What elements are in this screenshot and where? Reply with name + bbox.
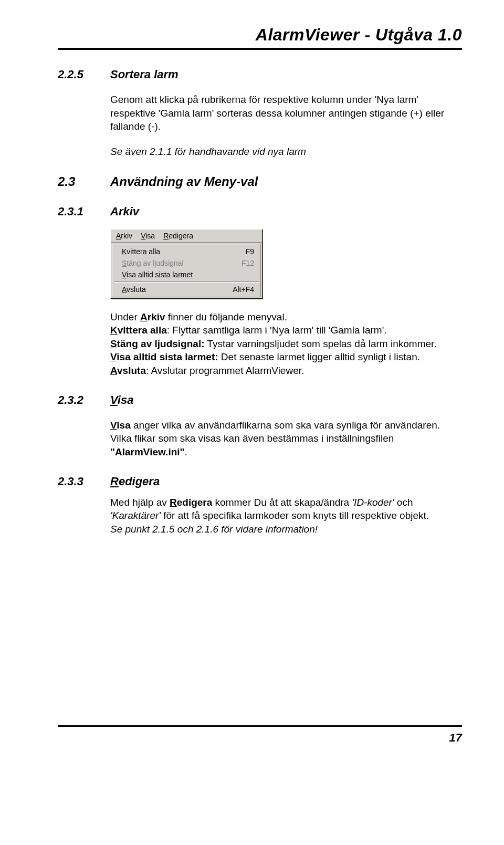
mnemonic: A	[110, 365, 117, 376]
text: rkiv	[148, 311, 165, 322]
section-number: 2.2.5	[58, 68, 110, 81]
section-2-3-3-body: Med hjälp av Redigera kommer Du åt att s…	[110, 496, 462, 536]
section-2-3-3-heading: 2.3.3 Redigera	[58, 475, 462, 488]
menu-label-rest: edigera	[169, 232, 193, 240]
menu-item-shortcut: F12	[229, 259, 254, 267]
text: Det senaste larmet ligger alltid synligt…	[218, 351, 420, 362]
text: Med hjälp av	[110, 497, 170, 508]
mnemonic: S	[122, 259, 127, 267]
mnemonic: V	[110, 420, 117, 431]
section-2-3-1-body: Under Arkiv finner du följande menyval. …	[110, 310, 462, 378]
text: isa alltid sista larmet:	[117, 351, 218, 362]
section-2-3-1-heading: 2.3.1 Arkiv	[58, 205, 462, 218]
term: 'Karaktärer'	[110, 510, 161, 521]
section-2-2-5-body: Genom att klicka på rubrikerna för respe…	[110, 93, 462, 159]
menu-redigera[interactable]: Redigera	[160, 231, 198, 241]
text: : Flyttar samtliga larm i 'Nya larm' til…	[167, 325, 387, 336]
text: edigera	[119, 475, 160, 488]
paragraph: Stäng av ljudsignal: Tystar varningsljud…	[110, 337, 462, 351]
see-also: Se punkt 2.1.5 och 2.1.6 för vidare info…	[110, 523, 462, 536]
dropdown: Kvittera alla F9 Stäng av ljudsignal F12…	[111, 243, 262, 298]
see-also: Se även 2.1.1 för handhavande vid nya la…	[110, 145, 462, 159]
text: för att få specifika larmkoder som knyts…	[161, 510, 429, 521]
menubar: Arkiv Visa Redigera	[111, 229, 262, 243]
menu-item-label-rest: isa alltid sista larmet	[127, 270, 193, 279]
menu-screenshot: Arkiv Visa Redigera Kvittera alla F9 Stä…	[110, 229, 462, 299]
section-number: 2.3.2	[58, 393, 110, 407]
text: täng av ljudsignal:	[117, 338, 205, 349]
menu-item-label-rest: täng av ljudsignal	[127, 259, 183, 267]
text: isa	[118, 393, 134, 406]
text: och	[394, 497, 413, 508]
mnemonic: K	[122, 247, 127, 256]
paragraph: Med hjälp av Redigera kommer Du åt att s…	[110, 496, 462, 523]
section-number: 2.3.3	[58, 475, 110, 488]
text: finner du följande menyval.	[165, 311, 287, 322]
divider-top	[58, 48, 462, 50]
term: 'ID-koder'	[352, 497, 394, 508]
text: isa	[117, 420, 130, 431]
menu-item-stang-ljudsignal: Stäng av ljudsignal F12	[112, 257, 260, 269]
menu-item-kvittera-alla[interactable]: Kvittera alla F9	[112, 246, 260, 257]
mnemonic: V	[110, 351, 117, 362]
menu-item-label-rest: vsluta	[127, 285, 146, 294]
section-2-3-2-heading: 2.3.2 Visa	[58, 393, 462, 407]
paragraph: Visa anger vilka av användarflikarna som…	[110, 419, 462, 459]
menu-item-shortcut: Alt+F4	[220, 285, 254, 294]
text: Under	[110, 311, 140, 322]
menu-item-visa-sista-larmet[interactable]: Visa alltid sista larmet	[112, 269, 260, 280]
mnemonic: R	[110, 475, 119, 488]
text: edigera	[177, 497, 213, 508]
text: vittera alla	[118, 325, 167, 336]
paragraph: Under Arkiv finner du följande menyval.	[110, 310, 462, 324]
section-title: Visa	[110, 393, 133, 407]
text: : Avslutar programmet AlarmViewer.	[146, 365, 304, 376]
mnemonic: V	[141, 232, 145, 240]
section-2-2-5-heading: 2.2.5 Sortera larm	[58, 68, 462, 81]
menu-arkiv[interactable]: Arkiv	[113, 231, 138, 241]
text: vsluta	[117, 365, 146, 376]
menu-separator	[114, 281, 259, 283]
menu-label-rest: rkiv	[121, 232, 132, 240]
mnemonic: V	[110, 393, 118, 406]
mnemonic: V	[122, 270, 127, 279]
section-title: Sortera larm	[110, 68, 178, 81]
page-number: 17	[58, 731, 462, 745]
mnemonic: A	[122, 285, 127, 294]
mnemonic: R	[170, 497, 177, 508]
menu-label-rest: isa	[145, 232, 155, 240]
filename: "AlarmView.ini"	[110, 446, 185, 457]
menu-item-shortcut: F9	[233, 247, 254, 256]
text: kommer Du åt att skapa/ändra	[212, 497, 352, 508]
menu-item-shortcut	[242, 270, 254, 279]
mnemonic: R	[163, 232, 169, 240]
doc-header-title: AlarmViewer - Utgåva 1.0	[58, 25, 462, 45]
section-number: 2.3.1	[58, 205, 110, 218]
section-title: Arkiv	[110, 205, 139, 218]
paragraph: Visa alltid sista larmet: Det senaste la…	[110, 350, 462, 364]
text: .	[185, 446, 187, 457]
paragraph: Avsluta: Avslutar programmet AlarmViewer…	[110, 364, 462, 378]
text: anger vilka av användarflikarna som ska …	[110, 420, 440, 444]
mnemonic: K	[110, 325, 118, 336]
mnemonic: A	[140, 311, 148, 322]
section-number: 2.3	[58, 174, 110, 189]
menu-visa[interactable]: Visa	[138, 231, 160, 241]
mnemonic: S	[110, 338, 117, 349]
text: Tystar varningsljudet som spelas då larm…	[205, 338, 437, 349]
section-2-3-heading: 2.3 Användning av Meny-val	[58, 174, 462, 189]
page-footer: 17	[58, 725, 462, 745]
divider-bottom	[58, 725, 462, 727]
paragraph: Kvittera alla: Flyttar samtliga larm i '…	[110, 324, 462, 337]
menu-item-avsluta[interactable]: Avsluta Alt+F4	[112, 284, 260, 295]
menu-window: Arkiv Visa Redigera Kvittera alla F9 Stä…	[110, 229, 262, 299]
section-title: Användning av Meny-val	[110, 174, 258, 189]
paragraph: Genom att klicka på rubrikerna för respe…	[110, 93, 462, 133]
mnemonic: A	[116, 232, 121, 240]
section-title: Redigera	[110, 475, 160, 488]
section-2-3-2-body: Visa anger vilka av användarflikarna som…	[110, 419, 462, 459]
menu-item-label-rest: vittera alla	[127, 247, 160, 256]
